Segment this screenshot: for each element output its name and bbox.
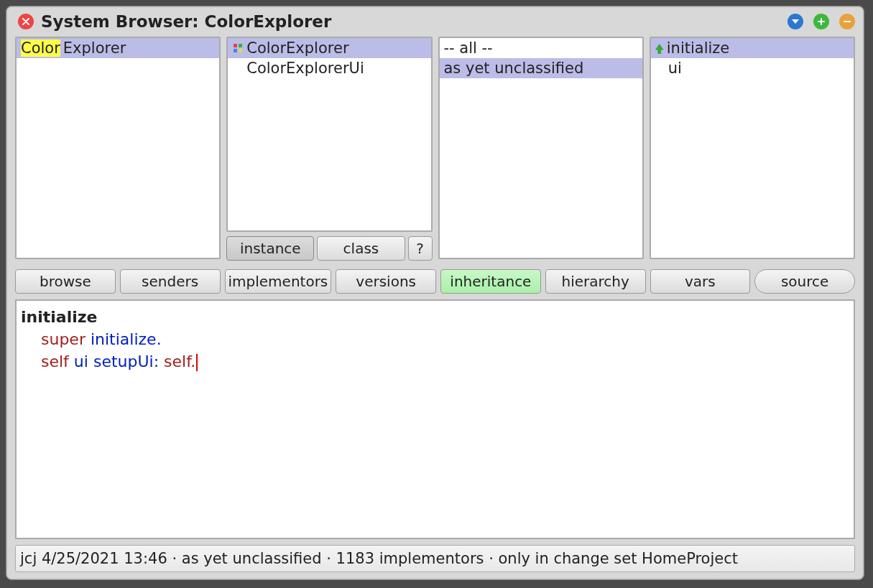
code-keyword: ui: [74, 353, 88, 370]
hierarchy-button[interactable]: hierarchy: [545, 269, 646, 294]
class-item[interactable]: ColorExplorer: [228, 38, 430, 58]
code-keyword: initialize.: [91, 330, 162, 348]
class-button[interactable]: class: [317, 236, 405, 261]
close-icon[interactable]: [18, 14, 34, 29]
instance-button[interactable]: instance: [226, 236, 314, 261]
category-label-rest: Explorer: [63, 39, 126, 57]
browser-panes: ColorExplorer ColorExplorer ColorExplore…: [6, 37, 864, 261]
minimize-icon[interactable]: [839, 14, 855, 29]
protocol-label: as yet unclassified: [444, 60, 584, 77]
override-up-icon: [655, 44, 664, 54]
window-title: System Browser: ColorExplorer: [41, 12, 777, 31]
class-icon: [232, 42, 244, 54]
code-line: super initialize.: [41, 329, 849, 351]
method-item[interactable]: initialize: [651, 38, 854, 58]
code-line: self ui setupUi: self.: [41, 351, 849, 373]
code-keyword: setupUi:: [93, 353, 159, 370]
add-icon[interactable]: [813, 14, 829, 29]
class-label: ColorExplorerUi: [246, 60, 364, 77]
highlight-text: Color: [21, 39, 60, 57]
text-caret: [196, 354, 198, 371]
implementors-button[interactable]: implementors: [225, 269, 332, 294]
code-receiver: super: [41, 330, 86, 348]
inheritance-button[interactable]: inheritance: [440, 269, 541, 294]
category-item[interactable]: ColorExplorer: [17, 38, 219, 58]
browser-window: System Browser: ColorExplorer ColorExplo…: [6, 6, 864, 580]
versions-button[interactable]: versions: [336, 269, 436, 294]
method-item[interactable]: ui: [651, 58, 854, 78]
method-label: ui: [668, 60, 682, 77]
class-side-buttons: instance class ?: [226, 236, 432, 261]
toolbar: browse senders implementors versions inh…: [6, 261, 864, 299]
protocol-item[interactable]: -- all --: [440, 38, 642, 58]
status-bar: jcj 4/25/2021 13:46 · as yet unclassifie…: [15, 545, 855, 572]
vars-button[interactable]: vars: [650, 269, 751, 294]
protocol-pane[interactable]: -- all -- as yet unclassified: [438, 37, 644, 259]
method-label: initialize: [667, 39, 730, 57]
class-label: ColorExplorer: [246, 39, 348, 57]
code-receiver: self: [41, 353, 69, 370]
method-selector: initialize: [21, 307, 849, 329]
class-item[interactable]: ColorExplorerUi: [228, 58, 430, 78]
titlebar: System Browser: ColorExplorer: [6, 6, 864, 37]
expand-icon[interactable]: [787, 14, 803, 29]
code-arg: self.: [164, 353, 195, 370]
protocol-label: -- all --: [444, 39, 493, 57]
protocol-item[interactable]: as yet unclassified: [440, 58, 642, 78]
method-pane[interactable]: initialize ui: [650, 37, 855, 259]
senders-button[interactable]: senders: [120, 269, 221, 294]
class-pane[interactable]: ColorExplorer ColorExplorerUi: [226, 37, 432, 232]
category-pane[interactable]: ColorExplorer: [15, 37, 221, 259]
source-button[interactable]: source: [754, 269, 855, 294]
browse-button[interactable]: browse: [15, 269, 116, 294]
code-editor[interactable]: initialize super initialize. self ui set…: [15, 299, 855, 539]
help-button[interactable]: ?: [408, 236, 433, 261]
